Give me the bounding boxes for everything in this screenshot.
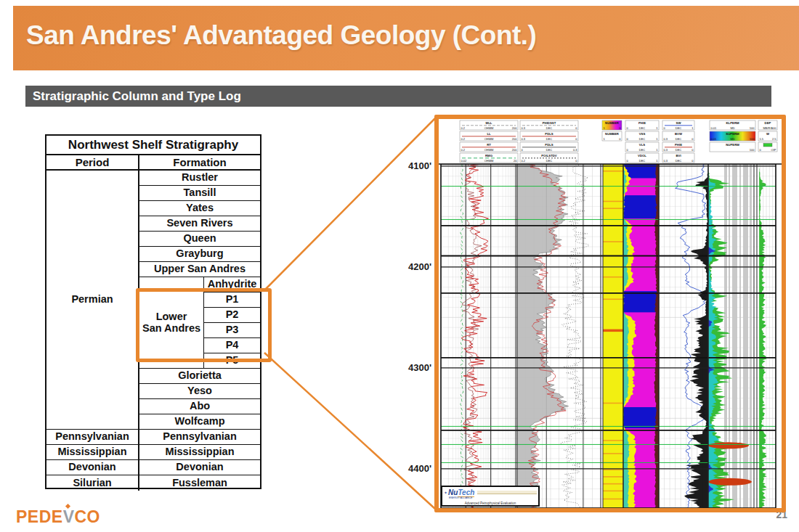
svg-text:100: 100 bbox=[771, 126, 776, 130]
formation-cell: Wolfcamp bbox=[139, 414, 260, 430]
formation-cell: Abo bbox=[139, 399, 260, 414]
formation-cell: Grayburg bbox=[139, 247, 260, 262]
svg-text:DEC: DEC bbox=[546, 137, 553, 141]
page-title: San Andres' Advantaged Geology (Cont.) bbox=[13, 6, 799, 51]
svg-text:PHIDSST: PHIDSST bbox=[543, 121, 556, 125]
svg-text:100: 100 bbox=[750, 148, 755, 152]
formation-cell: Fussleman bbox=[139, 475, 260, 491]
svg-text:0.3: 0.3 bbox=[664, 159, 668, 163]
svg-text:VSS: VSS bbox=[639, 132, 646, 136]
perm-anomaly-blob bbox=[708, 442, 749, 449]
svg-text:POILSTDV: POILSTDV bbox=[541, 154, 557, 157]
nutech-signature-line bbox=[477, 491, 537, 494]
log-header: MLL0.2OHMM200LL0.2OHMM200RT0.2OHMM200RMG… bbox=[439, 119, 782, 164]
svg-text:0.3: 0.3 bbox=[664, 148, 668, 152]
formation-cell: Tansill bbox=[139, 186, 260, 201]
svg-text:0.02: 0.02 bbox=[461, 159, 468, 163]
depth-tick-label: 4400' bbox=[400, 463, 431, 474]
section-header-label: Stratigraphic Column and Type Log bbox=[33, 89, 241, 103]
svg-text:0.3: 0.3 bbox=[573, 148, 577, 152]
period-cell: Permian bbox=[46, 171, 139, 430]
svg-text:VLS: VLS bbox=[639, 143, 645, 147]
nutech-logo-text: Nu bbox=[448, 488, 458, 496]
svg-text:0.3: 0.3 bbox=[522, 126, 526, 130]
svg-text:0.2: 0.2 bbox=[461, 148, 466, 152]
depth-tick-label: 4200' bbox=[400, 261, 431, 272]
svg-text:DEC: DEC bbox=[546, 148, 553, 152]
nutech-star-icon: ✦ bbox=[444, 490, 447, 495]
formation-cell: Mississippian bbox=[139, 445, 260, 460]
svg-text:DEP: DEP bbox=[765, 121, 771, 125]
period-cell: Pennsylvanian bbox=[46, 430, 139, 445]
svg-text:PHIE: PHIE bbox=[675, 143, 682, 147]
svg-text:20: 20 bbox=[514, 159, 517, 163]
title-banner: San Andres' Advantaged Geology (Cont.) bbox=[13, 6, 799, 70]
svg-text:DEC: DEC bbox=[676, 148, 682, 152]
perm-anomaly-blob bbox=[708, 478, 752, 486]
svg-text:RMG: RMG bbox=[485, 154, 493, 157]
svg-text:DEC: DEC bbox=[546, 126, 553, 130]
svg-text:DEC: DEC bbox=[639, 148, 646, 152]
svg-text:0.2: 0.2 bbox=[461, 126, 466, 130]
svg-text:BVI: BVI bbox=[676, 154, 681, 157]
table-title: Northwest Shelf Stratigraphy bbox=[46, 136, 260, 155]
svg-text:0.3: 0.3 bbox=[664, 137, 668, 141]
svg-text:DEC: DEC bbox=[676, 126, 682, 130]
svg-text:SW: SW bbox=[676, 121, 682, 125]
slide: San Andres' Advantaged Geology (Cont.) S… bbox=[0, 0, 799, 532]
svg-text:VDOL: VDOL bbox=[638, 154, 646, 157]
svg-text:0.3: 0.3 bbox=[522, 137, 526, 141]
period-cell: Mississippian bbox=[46, 445, 139, 460]
well-log-chart: MLL0.2OHMM200LL0.2OHMM200RT0.2OHMM200RMG… bbox=[439, 119, 782, 508]
formation-cell: Yates bbox=[139, 201, 260, 216]
svg-text:DEC: DEC bbox=[639, 137, 646, 141]
svg-text:2.5: 2.5 bbox=[772, 137, 776, 141]
svg-text:MLL: MLL bbox=[486, 121, 492, 125]
svg-text:DEC: DEC bbox=[639, 126, 646, 130]
svg-text:NUMBER: NUMBER bbox=[605, 132, 620, 136]
svg-text:MD: MD bbox=[730, 126, 734, 130]
col-header-formation: Formation bbox=[139, 155, 260, 171]
depth-tick-label: 4300' bbox=[400, 362, 431, 373]
formation-cell: Yeso bbox=[139, 384, 260, 399]
svg-text:RT: RT bbox=[487, 143, 491, 147]
svg-text:LL: LL bbox=[487, 132, 491, 136]
svg-text:NUPERM: NUPERM bbox=[726, 143, 739, 147]
svg-text:PDLS: PDLS bbox=[545, 132, 553, 136]
lower-san-andres-highlight-box bbox=[136, 288, 272, 362]
nutech-caption: Advanced Petrophysical Evaluation bbox=[444, 502, 537, 505]
svg-text:MD: MD bbox=[730, 137, 734, 141]
type-log-panel: MLL0.2OHMM200LL0.2OHMM200RT0.2OHMM200RMG… bbox=[434, 115, 786, 512]
svg-text:200: 200 bbox=[512, 148, 517, 152]
formation-cell: Devonian bbox=[139, 460, 260, 475]
svg-text:OHMM: OHMM bbox=[484, 126, 494, 130]
svg-text:1.5: 1.5 bbox=[760, 137, 764, 141]
svg-text:DEC: DEC bbox=[639, 159, 646, 163]
pedevco-logo: PEDEVCO bbox=[16, 507, 100, 527]
period-cell: Silurian bbox=[46, 475, 139, 491]
svg-text:200: 200 bbox=[512, 126, 517, 130]
svg-text:100: 100 bbox=[750, 126, 755, 130]
svg-text:DEC: DEC bbox=[676, 159, 682, 163]
svg-text:NUMBER: NUMBER bbox=[605, 121, 620, 125]
svg-text:OIP: OIP bbox=[771, 148, 776, 152]
period-cell: Devonian bbox=[46, 460, 139, 475]
formation-cell: Queen bbox=[139, 232, 260, 247]
nutech-subtitle: ENERGY ALLIANCE bbox=[449, 497, 537, 500]
formation-cell: Upper San Andres bbox=[139, 262, 260, 277]
svg-text:PHIE: PHIE bbox=[638, 121, 646, 125]
col-header-period: Period bbox=[46, 155, 139, 171]
formation-cell: Glorietta bbox=[139, 369, 260, 384]
svg-text:0.01: 0.01 bbox=[711, 137, 718, 141]
svg-text:DEC: DEC bbox=[546, 159, 553, 163]
svg-text:OHMM: OHMM bbox=[484, 137, 494, 141]
nutech-logo-box: ✦ Nu Tech ENERGY ALLIANCE Advanced Petro… bbox=[441, 486, 540, 507]
svg-text:PDLS: PDLS bbox=[545, 143, 553, 147]
formation-cell: Pennsylvanian bbox=[139, 430, 260, 445]
section-header-bar: Stratigraphic Column and Type Log bbox=[25, 86, 771, 107]
svg-text:0.2: 0.2 bbox=[522, 159, 526, 163]
depth-tick-label: 4100' bbox=[400, 160, 431, 171]
svg-text:200: 200 bbox=[512, 137, 517, 141]
formation-cell: Rustler bbox=[139, 171, 260, 186]
svg-text:0.01: 0.01 bbox=[711, 126, 718, 130]
